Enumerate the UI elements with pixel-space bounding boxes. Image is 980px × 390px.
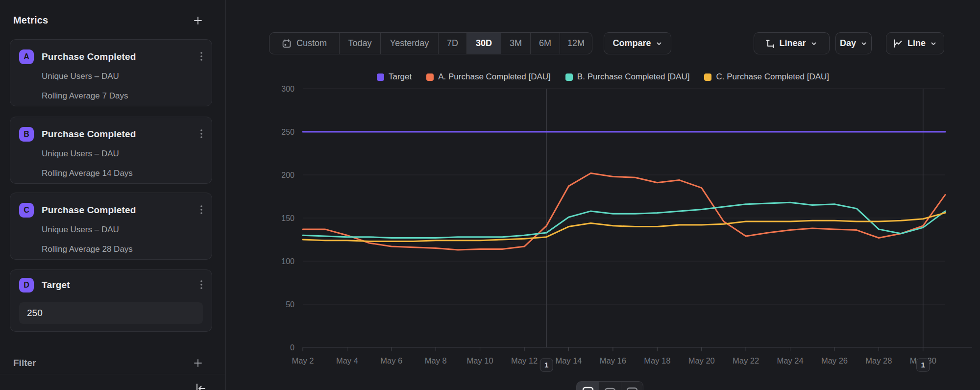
range-6m[interactable]: 6M — [530, 33, 560, 54]
kebab-menu-icon — [200, 51, 203, 63]
chart-size-medium-icon — [604, 386, 616, 390]
add-filter-button[interactable] — [193, 358, 203, 368]
x-tick-label: May 12 — [511, 356, 538, 365]
chart-size-control — [576, 381, 643, 390]
x-tick-label: May 28 — [865, 356, 892, 365]
x-tick-label: May 20 — [688, 356, 715, 365]
x-tick-label: May 26 — [821, 356, 848, 365]
filter-label: Filter — [13, 358, 36, 368]
scale-select-button[interactable]: Linear — [754, 32, 830, 54]
metric-measure: Unique Users – DAU — [42, 72, 203, 81]
kebab-menu-icon — [200, 204, 203, 216]
metric-menu-button[interactable] — [200, 279, 203, 291]
range-today[interactable]: Today — [339, 33, 380, 54]
metric-badge-b: B — [19, 127, 34, 142]
range-label: 30D — [476, 38, 492, 49]
chart-canvas[interactable]: 050100150200250300May 2May 4May 6May 8Ma… — [226, 64, 980, 390]
range-7d[interactable]: 7D — [438, 33, 466, 54]
y-tick-label: 250 — [281, 128, 294, 136]
line-chart-icon — [893, 39, 903, 48]
metric-measure: Unique Users – DAU — [42, 149, 203, 159]
plus-icon — [193, 358, 203, 368]
calendar-icon — [282, 39, 292, 49]
range-custom[interactable]: Custom — [270, 33, 339, 54]
x-tick-label: May 24 — [777, 356, 803, 365]
range-12m[interactable]: 12M — [560, 33, 592, 54]
chevron-down-icon — [810, 40, 817, 47]
kebab-menu-icon — [200, 128, 203, 140]
metric-title: Purchase Completed — [42, 129, 192, 140]
x-tick-label: May 10 — [467, 356, 493, 365]
chart-type-label: Line — [907, 38, 926, 49]
metric-title: Purchase Completed — [42, 51, 192, 62]
range-label: 3M — [510, 38, 522, 49]
y-tick-label: 150 — [281, 214, 294, 222]
metric-badge-c: C — [19, 203, 34, 218]
y-tick-label: 0 — [290, 343, 294, 352]
target-card[interactable]: D Target — [10, 269, 212, 332]
metric-card-b[interactable]: B Purchase Completed Unique Users – DAU … — [10, 117, 212, 184]
x-tick-label: May 14 — [555, 356, 582, 365]
range-30d-active[interactable]: 30D — [466, 33, 501, 54]
range-yesterday[interactable]: Yesterday — [380, 33, 438, 54]
x-tick-label: May 6 — [380, 356, 402, 365]
filter-section: Filter — [13, 358, 203, 368]
x-tick-label: May 2 — [292, 356, 314, 365]
chevron-down-icon — [860, 40, 867, 47]
metric-menu-button[interactable] — [200, 51, 203, 63]
target-title: Target — [42, 280, 192, 291]
metric-badge-a: A — [19, 49, 34, 64]
chart-size-option-small[interactable] — [621, 382, 643, 390]
metric-card-a[interactable]: A Purchase Completed Unique Users – DAU … — [10, 39, 212, 106]
range-label: 6M — [539, 38, 551, 49]
x-tick-label: May 16 — [600, 356, 626, 365]
chart-size-large-icon — [582, 386, 594, 390]
add-metric-button[interactable] — [193, 16, 203, 25]
compare-label: Compare — [612, 38, 651, 49]
chevron-down-icon — [656, 40, 662, 47]
linear-axes-icon — [766, 39, 775, 48]
metric-transform: Rolling Average 28 Days — [42, 244, 203, 254]
chart-size-option-medium[interactable] — [599, 382, 621, 390]
collapse-left-icon — [194, 382, 207, 390]
date-range-control: Custom Today Yesterday 7D 30D 3M 6M 12M — [269, 32, 592, 54]
series-line-b — [303, 202, 945, 238]
x-tick-label: May 18 — [644, 356, 670, 365]
range-label: 12M — [567, 38, 585, 49]
annotation-badge-label: 1 — [544, 361, 548, 369]
collapse-sidebar-button[interactable] — [194, 382, 207, 390]
kebab-menu-icon — [200, 279, 203, 291]
metric-title: Purchase Completed — [42, 205, 192, 216]
y-tick-label: 300 — [281, 85, 294, 93]
target-value-input[interactable] — [19, 302, 203, 324]
compare-button[interactable]: Compare — [604, 32, 671, 54]
range-label: Yesterday — [390, 38, 429, 49]
sidebar-header: Metrics — [13, 15, 203, 26]
plus-icon — [193, 16, 203, 25]
y-tick-label: 100 — [281, 257, 294, 266]
metric-measure: Unique Users – DAU — [42, 225, 203, 235]
x-tick-label: May 22 — [733, 356, 759, 365]
sidebar-title: Metrics — [13, 15, 48, 26]
interval-select-button[interactable]: Day — [835, 32, 872, 54]
series-line-c — [303, 213, 945, 241]
metric-card-c[interactable]: C Purchase Completed Unique Users – DAU … — [10, 193, 212, 260]
x-tick-label: May 4 — [336, 356, 358, 365]
metric-menu-button[interactable] — [200, 128, 203, 140]
chart-type-select-button[interactable]: Line — [886, 32, 944, 54]
sidebar-footer-divider — [0, 374, 225, 374]
interval-label: Day — [840, 38, 856, 49]
chart-size-small-icon — [626, 386, 638, 390]
annotation-badge-label: 1 — [921, 361, 925, 369]
range-label: Today — [348, 38, 371, 49]
range-label: 7D — [447, 38, 458, 49]
range-label: Custom — [296, 38, 327, 49]
y-tick-label: 50 — [286, 300, 294, 309]
x-tick-label: May 8 — [425, 356, 447, 365]
metric-menu-button[interactable] — [200, 204, 203, 216]
metric-badge-d: D — [19, 278, 34, 292]
chart-size-option-large[interactable] — [577, 382, 599, 390]
y-tick-label: 200 — [281, 171, 294, 179]
metrics-sidebar: Metrics A Purchase Completed Unique User… — [0, 0, 226, 390]
range-3m[interactable]: 3M — [501, 33, 530, 54]
